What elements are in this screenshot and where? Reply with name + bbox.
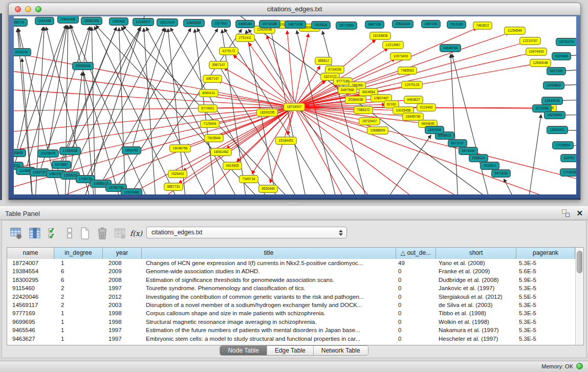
zoom-window-button[interactable] [35, 6, 41, 12]
graph-node[interactable]: 20206576 [38, 150, 59, 158]
graph-node[interactable]: 8089141 [200, 90, 219, 97]
graph-node[interactable]: 7615544 [205, 135, 224, 142]
graph-node[interactable]: 4275172 [220, 48, 238, 55]
graph-node[interactable]: 7519185 [447, 21, 466, 29]
graph-node[interactable]: 7632621 [481, 162, 499, 170]
graph-node[interactable]: 15184451 [276, 137, 297, 145]
graph-node[interactable]: 11254549 [505, 27, 526, 35]
table-row[interactable]: 969969511998Structural magnetic resonanc… [7, 318, 575, 326]
table-row[interactable]: 911546021997Tourette syndrome. Phenomeno… [7, 284, 575, 292]
graph-node[interactable]: 20364436 [345, 96, 366, 104]
minimize-window-button[interactable] [25, 6, 31, 12]
graph-node[interactable]: 18381305 [81, 17, 102, 25]
graph-node[interactable]: 12093832 [543, 82, 564, 90]
graph-node[interactable]: 1892053 [122, 147, 141, 155]
graph-node[interactable]: 9414905 [223, 162, 242, 170]
float-panel-icon[interactable] [561, 209, 570, 217]
graph-node[interactable]: 1640954 [425, 126, 444, 134]
graph-node[interactable]: 16713593 [336, 22, 357, 30]
graph-node[interactable]: 20053346 [73, 62, 94, 70]
graph-node[interactable]: 2018104 [14, 49, 31, 56]
memory-status[interactable]: Memory: OK [541, 363, 583, 369]
graph-node[interactable]: 12219767 [520, 37, 541, 45]
graph-node[interactable]: 16495796 [403, 113, 424, 121]
tab-node-table[interactable]: Node Table [220, 346, 267, 355]
graph-node[interactable]: 6497568 [338, 86, 357, 94]
graph-node[interactable]: 6467169 [365, 21, 384, 29]
row-height-button[interactable] [62, 226, 77, 241]
graph-node[interactable]: 7986372 [354, 106, 373, 114]
column-header-short[interactable]: short [436, 248, 516, 259]
graph-node[interactable]: 6873197 [448, 140, 467, 147]
show-columns-button[interactable] [28, 226, 42, 241]
graph-node[interactable]: 10474493 [526, 48, 547, 56]
table-row[interactable]: 946362711997Embryonic stem cells: a mode… [7, 335, 575, 343]
column-header-in_degree[interactable]: in_degree [54, 248, 103, 259]
graph-node[interactable]: 17359928 [60, 147, 81, 155]
graph-node[interactable]: 17100354 [560, 169, 576, 177]
graph-node[interactable]: 1067191 [422, 20, 441, 28]
graph-node[interactable]: 2520605 [14, 149, 26, 157]
graph-node[interactable]: 9975887 [52, 161, 71, 169]
graph-node[interactable]: 12142477 [133, 18, 154, 26]
table-source-select[interactable]: citations_edges.txt [146, 227, 347, 238]
graph-node[interactable]: 6734028 [325, 66, 344, 74]
table-row[interactable]: 2242004622012Investigating the contribut… [7, 293, 575, 301]
table-row[interactable]: 946554611997Estimation of the future num… [7, 326, 575, 334]
graph-node[interactable]: 9471636 [492, 170, 511, 178]
graph-node[interactable]: 19055724 [14, 19, 27, 27]
graph-node[interactable]: 3967147 [203, 75, 222, 83]
function-builder-button[interactable]: f(x) [129, 226, 143, 241]
graph-node[interactable]: 12444418 [542, 97, 563, 105]
graph-node[interactable]: 12213967 [383, 41, 404, 49]
tab-network-table[interactable]: Network Table [314, 346, 368, 355]
graph-node[interactable]: 7125404 [201, 120, 220, 128]
graph-node[interactable]: 116753 [561, 155, 576, 162]
window-titlebar[interactable]: citations_edges.txt [9, 3, 580, 15]
graph-node[interactable]: 10973493 [390, 53, 411, 60]
column-header-pagerank[interactable]: pagerank [516, 248, 575, 259]
table-settings-button[interactable] [9, 226, 24, 241]
delete-column-button[interactable] [95, 226, 110, 241]
network-graph[interactable]: 1872400722608048191818142242004627514114… [14, 16, 576, 194]
graph-node[interactable]: 20531104 [393, 20, 413, 28]
tab-edge-table[interactable]: Edge Table [267, 346, 314, 355]
graph-node[interactable]: 9474444 [459, 147, 478, 155]
table-row[interactable]: 1938455462009Genome-wide association stu… [7, 267, 575, 275]
graph-node[interactable]: 9857731 [164, 183, 183, 191]
graph-node[interactable]: 9463627 [404, 96, 423, 104]
graph-node[interactable]: 3567147 [209, 61, 228, 69]
graph-node[interactable]: 2935114 [469, 155, 488, 162]
graph-node[interactable]: 5774401 [199, 105, 217, 113]
graph-node[interactable]: 16046756 [170, 145, 191, 152]
graph-node[interactable]: 17016504 [553, 142, 574, 149]
graph-node[interactable]: 10719185 [259, 20, 280, 28]
graph-node[interactable]: 1342737 [30, 169, 49, 177]
column-header-name[interactable]: name [7, 248, 54, 259]
graph-node[interactable]: 12540048 [530, 59, 551, 67]
graph-node[interactable]: 7515526 [312, 21, 331, 29]
graph-node[interactable]: 1151998 [35, 17, 54, 25]
graph-node[interactable]: 10653287 [184, 19, 205, 27]
graph-node[interactable]: 9329966 [552, 53, 571, 60]
table-row[interactable]: 1872400712008Changes of HCN gene express… [7, 259, 575, 267]
network-canvas[interactable]: 1872400722608048191818142242004627514114… [14, 16, 576, 194]
graph-node[interactable]: 1606462 [110, 18, 128, 26]
table-row[interactable]: 1830029562008Estimation of significance … [7, 276, 575, 284]
graph-node[interactable]: 2751411 [236, 34, 255, 42]
close-panel-icon[interactable]: ✕ [576, 209, 583, 217]
graph-node[interactable]: 18312104 [157, 19, 178, 27]
graph-node[interactable]: 1527602 [212, 20, 231, 28]
graph-node[interactable]: 12975125 [402, 81, 423, 89]
graph-node[interactable]: 7485063 [398, 67, 417, 75]
table-row[interactable]: 1456911722003Disruption of a novel membe… [7, 301, 575, 309]
graph-node[interactable]: 18300295 [257, 109, 278, 117]
graph-node[interactable]: 14671938 [285, 21, 306, 29]
graph-node[interactable]: 955812 [315, 57, 332, 65]
graph-node[interactable]: 20691406 [58, 16, 79, 23]
graph-node[interactable]: 7625402 [168, 170, 187, 178]
close-window-button[interactable] [15, 6, 21, 12]
panel-splitter-handle[interactable] [288, 203, 299, 205]
graph-node[interactable]: 16210643 [545, 112, 565, 119]
column-header-year[interactable]: year [103, 248, 142, 259]
